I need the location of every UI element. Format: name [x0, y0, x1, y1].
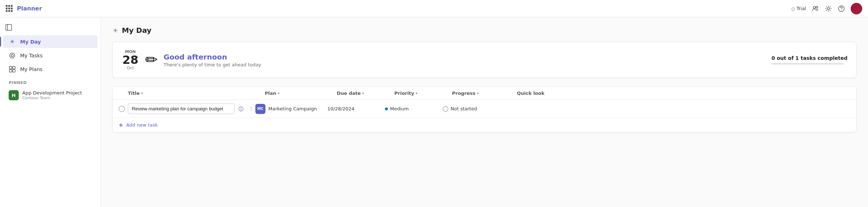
- pinned-item-name: App Development Project: [22, 90, 82, 96]
- waffle-dot: [6, 5, 8, 7]
- col-header-title[interactable]: Title ▾: [128, 91, 265, 96]
- tasks-count-label: 0 out of 1 tasks completed: [771, 55, 847, 61]
- col-title-label: Title: [128, 91, 140, 96]
- col-header-due[interactable]: Due date ▾: [337, 91, 394, 96]
- sidebar-item-label: My Plans: [20, 66, 42, 72]
- col-header-priority[interactable]: Priority ▾: [394, 91, 452, 96]
- waffle-dot: [8, 8, 10, 9]
- svg-point-7: [10, 53, 15, 58]
- sidebar-item-label: My Day: [20, 39, 41, 45]
- sort-icon-due: ▾: [362, 91, 364, 95]
- col-plan-label: Plan: [265, 91, 276, 96]
- page-header: ☀ My Day: [112, 26, 856, 35]
- topbar-left: Planner: [6, 5, 42, 12]
- topbar: Planner ◇ Trial: [0, 0, 868, 17]
- table-header: Title ▾ Plan ▾ Due date ▾: [113, 87, 856, 100]
- pinned-item-app-dev[interactable]: H App Development Project Contoso Team: [3, 87, 98, 103]
- due-date-cell: 10/28/2024: [327, 106, 385, 111]
- svg-point-8: [11, 54, 13, 57]
- priority-dot-icon: [385, 107, 388, 110]
- sort-icon-plan: ▾: [278, 91, 279, 95]
- pinned-section-label: Pinned: [0, 76, 100, 87]
- svg-point-0: [813, 6, 815, 9]
- waffle-menu[interactable]: [6, 5, 13, 12]
- svg-point-18: [251, 110, 251, 111]
- col-header-progress[interactable]: Progress ▾: [452, 91, 517, 96]
- sort-icon-progress: ▾: [477, 91, 479, 95]
- waffle-dot: [8, 10, 10, 12]
- sidebar-item-my-day[interactable]: ☀ My Day: [3, 35, 98, 48]
- tasks-completed: 0 out of 1 tasks completed: [771, 55, 847, 65]
- plan-cell: MC Marketing Campaign: [255, 104, 327, 114]
- waffle-dot: [6, 10, 8, 12]
- main-content: ☀ My Day MON 28 Oct ✏️ Good afternoon Th…: [101, 17, 868, 207]
- date-number: 28: [122, 54, 139, 66]
- waffle-dot: [6, 8, 8, 9]
- settings-icon[interactable]: [825, 5, 832, 12]
- pinned-item-text: App Development Project Contoso Team: [22, 90, 82, 100]
- page-header-sun-icon: ☀: [112, 27, 118, 34]
- plans-icon: [9, 66, 16, 72]
- sort-icon-priority: ▾: [416, 91, 417, 95]
- sidebar-collapse-button[interactable]: [3, 22, 14, 33]
- welcome-subtitle: There's plenty of time to get ahead toda…: [164, 62, 766, 67]
- plan-badge: MC: [255, 104, 265, 114]
- sidebar-item-my-tasks[interactable]: My Tasks: [3, 49, 98, 62]
- svg-point-1: [816, 6, 818, 8]
- welcome-greeting: Good afternoon: [164, 53, 766, 61]
- sun-icon: ☀: [9, 38, 16, 45]
- col-quick-label: Quick look: [517, 91, 545, 96]
- svg-point-4: [841, 10, 842, 10]
- app-title: Planner: [17, 5, 42, 12]
- trial-label: Trial: [796, 6, 806, 11]
- diamond-icon: ◇: [791, 6, 795, 12]
- task-title-input[interactable]: [128, 104, 234, 114]
- svg-rect-11: [9, 70, 12, 72]
- page-title: My Day: [122, 26, 151, 35]
- layout: ☀ My Day My Tasks My Plans: [0, 17, 868, 207]
- col-header-quick-look: Quick look: [517, 91, 850, 96]
- add-task-row: + Add new task: [113, 118, 856, 132]
- help-icon[interactable]: [838, 5, 845, 12]
- topbar-right: ◇ Trial: [791, 3, 862, 14]
- col-header-plan[interactable]: Plan ▾: [265, 91, 337, 96]
- pinned-item-team: Contoso Team: [22, 96, 82, 100]
- welcome-text: Good afternoon There's plenty of time to…: [164, 53, 766, 67]
- svg-rect-5: [6, 25, 12, 30]
- waffle-dot: [11, 10, 13, 12]
- col-priority-label: Priority: [394, 91, 414, 96]
- plan-name: Marketing Campaign: [268, 106, 317, 111]
- task-more-button[interactable]: [247, 105, 255, 113]
- table-row: MC Marketing Campaign 10/28/2024 Medium …: [113, 100, 856, 118]
- people-icon[interactable]: [812, 5, 819, 12]
- tasks-icon: [9, 52, 16, 59]
- waffle-dot: [8, 5, 10, 7]
- add-task-button[interactable]: Add new task: [126, 122, 158, 128]
- svg-rect-9: [9, 66, 12, 69]
- welcome-date: MON 28 Oct: [121, 49, 139, 70]
- date-month: Oct: [127, 66, 134, 70]
- sort-icon-title: ▾: [141, 91, 143, 95]
- welcome-emoji-icon: ✏️: [145, 52, 158, 67]
- col-due-label: Due date: [337, 91, 361, 96]
- svg-point-15: [241, 107, 241, 108]
- task-info-button[interactable]: [237, 105, 245, 113]
- avatar[interactable]: [851, 3, 862, 14]
- tasks-progress-bar: [771, 63, 844, 65]
- pinned-item-icon: H: [9, 90, 19, 100]
- add-icon: +: [118, 122, 123, 128]
- svg-point-2: [827, 8, 829, 10]
- task-checkbox[interactable]: [118, 106, 125, 112]
- task-actions: [237, 105, 255, 113]
- svg-point-16: [251, 107, 251, 108]
- progress-cell: Not started: [443, 106, 507, 112]
- progress-label: Not started: [451, 106, 477, 111]
- svg-point-17: [251, 109, 251, 109]
- waffle-dot: [11, 8, 13, 9]
- priority-cell: Medium: [385, 106, 443, 111]
- sidebar: ☀ My Day My Tasks My Plans: [0, 17, 101, 207]
- sidebar-item-label: My Tasks: [20, 53, 42, 58]
- trial-badge[interactable]: ◇ Trial: [791, 6, 806, 12]
- sidebar-item-my-plans[interactable]: My Plans: [3, 63, 98, 75]
- col-progress-label: Progress: [452, 91, 475, 96]
